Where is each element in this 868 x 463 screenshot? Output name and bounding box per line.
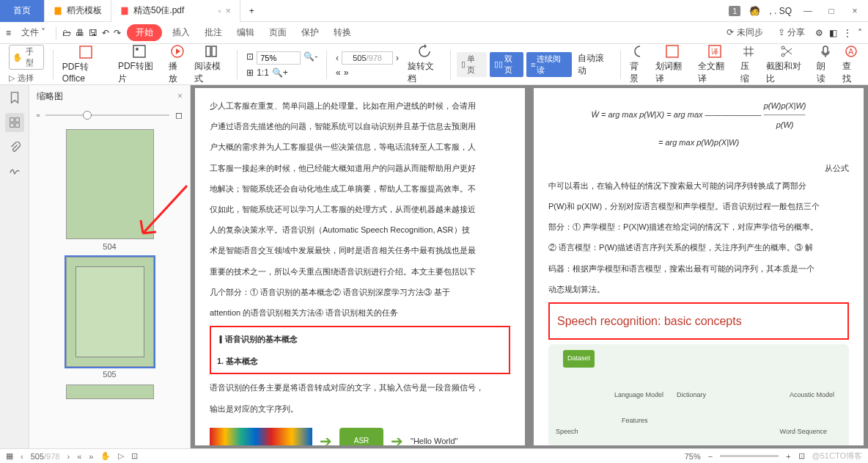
pdf-to-office[interactable]: PDF转Office [59, 45, 112, 84]
tab-home[interactable]: 首页 [0, 0, 45, 22]
next-page-icon[interactable]: › [396, 53, 399, 63]
hand-tool[interactable]: ✋手型 [9, 45, 44, 70]
zoom-out-icon[interactable]: 🔍- [304, 51, 317, 65]
page-input[interactable]: 505/978 [342, 51, 393, 65]
signature-icon[interactable] [8, 163, 21, 176]
save-icon[interactable]: 🖫 [89, 28, 98, 38]
mode-icon[interactable]: ⊡ [131, 451, 138, 461]
zoom-in-icon[interactable]: 🔍+ [272, 68, 288, 78]
title-bar: 首页 稻壳模板 精选50佳.pdf ▫ × + 1 🧑 , . SQ — □ × [0, 0, 868, 22]
share-button[interactable]: ⇪ 分享 [773, 24, 809, 41]
status-next-icon[interactable]: › [67, 452, 70, 461]
close-tab-icon[interactable]: × [226, 6, 231, 16]
cursor-icon[interactable]: ▷ [118, 451, 124, 461]
find-button[interactable]: A查找 [839, 44, 862, 85]
notification-badge[interactable]: 1 [729, 6, 740, 16]
attachment-icon[interactable] [8, 141, 21, 154]
document-viewport[interactable]: ✎ 少人工客服在重复、简单问题上的处理量。比如在用户进线的时候，会请用户通过语音… [191, 85, 868, 448]
svg-rect-17 [15, 123, 18, 127]
print-icon[interactable]: 🖶 [76, 28, 84, 38]
menu-convert[interactable]: 转换 [329, 24, 356, 41]
status-prev-icon[interactable]: ‹ [21, 452, 23, 461]
svg-rect-11 [823, 46, 828, 54]
single-page-button[interactable]: ▯单页 [457, 52, 487, 77]
close-panel-icon[interactable]: × [177, 91, 183, 101]
tab-templates[interactable]: 稻壳模板 [45, 0, 111, 22]
annotation-arrow [132, 182, 190, 241]
menu-protect[interactable]: 保护 [297, 24, 323, 41]
menu-file[interactable]: 文件 ˅ [17, 24, 50, 41]
toolbar: ✋手型 ▷选择 PDF转Office PDF转图片 播放 阅读模式 ⊡ 🔍- ⊞… [0, 44, 868, 85]
select-tool[interactable]: ▷选择 [9, 73, 44, 84]
hand-icon[interactable]: ✋ [100, 451, 111, 461]
zoom-slider[interactable] [720, 455, 779, 457]
continuous-button[interactable]: ≡连续阅读 [526, 52, 572, 77]
thumbnail-title: 缩略图 [37, 90, 63, 103]
svg-text:译: 译 [711, 48, 718, 56]
menu-insert[interactable]: 插入 [168, 24, 194, 41]
thumbnail-icon[interactable] [5, 113, 24, 132]
fit-width-icon[interactable]: ⊡ [246, 51, 254, 65]
new-tab-button[interactable]: + [240, 0, 263, 22]
open-icon[interactable]: 🗁 [62, 28, 71, 38]
bookmark-icon[interactable] [8, 91, 21, 104]
menu-page[interactable]: 页面 [265, 24, 291, 41]
redo-icon[interactable]: ↷ [114, 28, 121, 38]
rotate-button[interactable]: 旋转文档 [405, 44, 444, 85]
sync-status[interactable]: ⟳ 未同步 [722, 24, 767, 41]
thumb-size-slider[interactable] [45, 114, 169, 116]
menu-start[interactable]: 开始 [127, 24, 162, 41]
status-page[interactable]: 505/978 [31, 452, 60, 461]
thumb-505[interactable]: 505 [35, 257, 184, 379]
asr-box: ASR [339, 428, 383, 445]
compress-button[interactable]: 压缩 [738, 44, 760, 85]
maximize-icon[interactable]: □ [824, 4, 839, 18]
more-icon[interactable]: ⋮ [843, 28, 852, 38]
svg-text:A: A [848, 47, 854, 56]
first-page-icon[interactable]: « [336, 68, 341, 78]
last-page-icon[interactable]: » [344, 68, 349, 78]
image-icon [132, 44, 147, 59]
play-button[interactable]: 播放 [166, 44, 188, 85]
autoscroll-button[interactable]: 自动滚动 [575, 52, 614, 77]
grid-icon[interactable]: ▦ [6, 451, 13, 461]
read-aloud[interactable]: 朗读 [814, 44, 836, 85]
thumb-small-icon[interactable]: ▫ [37, 110, 40, 120]
tab-menu-icon[interactable]: ▫ [218, 6, 221, 16]
svg-rect-3 [133, 45, 145, 57]
background-button[interactable]: 背景 [627, 44, 650, 85]
close-icon[interactable]: × [847, 4, 862, 18]
thumb-506[interactable] [35, 384, 184, 399]
actual-size-icon[interactable]: 1:1 [257, 68, 269, 78]
tab-document[interactable]: 精选50佳.pdf ▫ × [111, 0, 240, 22]
asr-diagram: ➔ ASR ➔ "Hello World" [210, 425, 510, 445]
undo-icon[interactable]: ↶ [102, 28, 109, 38]
scissors-icon [779, 44, 794, 59]
full-translate[interactable]: 译全文翻译 [695, 44, 735, 85]
gear-icon[interactable]: ⚙ [815, 28, 823, 38]
read-mode[interactable]: 阅读模式 [191, 44, 231, 85]
skin-icon[interactable]: ◧ [829, 28, 837, 38]
hamburger-icon[interactable]: ≡ [6, 28, 11, 38]
zoom-select[interactable] [257, 51, 301, 65]
crop-button[interactable]: 截图和对比 [763, 44, 811, 85]
avatar-icon[interactable]: 🧑 [749, 6, 760, 16]
status-first-icon[interactable]: « [77, 452, 81, 461]
status-last-icon[interactable]: » [89, 452, 93, 461]
prev-page-icon[interactable]: ‹ [336, 53, 339, 63]
minimize-icon[interactable]: — [801, 4, 815, 18]
menu-annotate[interactable]: 批注 [200, 24, 227, 41]
status-zoom[interactable]: 75% [685, 452, 701, 461]
svg-rect-14 [10, 118, 13, 122]
zoom-in-status-icon[interactable]: + [786, 452, 790, 461]
pdf-to-image[interactable]: PDF转图片 [115, 44, 163, 85]
fit-icon[interactable]: ⊡ [798, 451, 805, 461]
svg-rect-16 [10, 123, 13, 127]
collapse-ribbon-icon[interactable]: ˄ [858, 28, 862, 38]
zoom-out-status-icon[interactable]: − [708, 452, 713, 461]
menu-edit[interactable]: 编辑 [232, 24, 259, 41]
double-page-button[interactable]: ▯▯双页 [490, 52, 523, 77]
fit-page-icon[interactable]: ⊞ [246, 68, 254, 78]
thumb-large-icon[interactable]: ◻ [175, 110, 183, 120]
dict-translate[interactable]: 划词翻译 [652, 44, 692, 85]
